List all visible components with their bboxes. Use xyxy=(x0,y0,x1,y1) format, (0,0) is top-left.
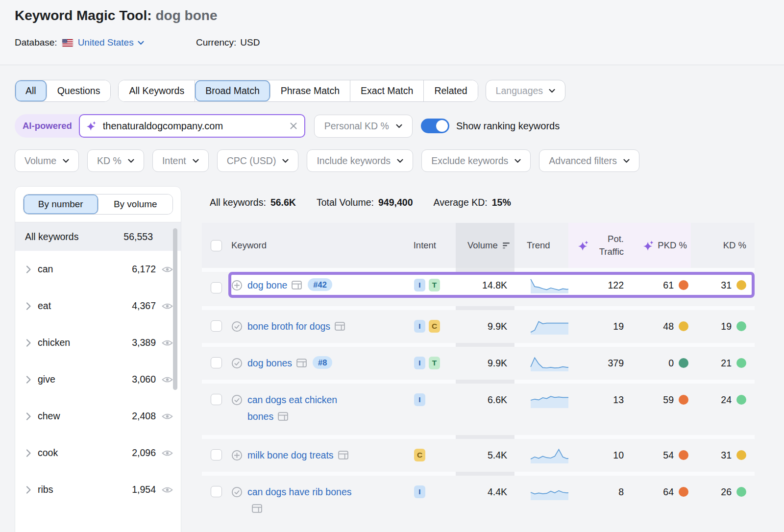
filter-include-keywords[interactable]: Include keywords xyxy=(307,149,413,172)
tab-all[interactable]: All xyxy=(15,80,47,101)
keyword-link[interactable]: can dogs eat chicken bones xyxy=(247,394,337,422)
tab-exact-match[interactable]: Exact Match xyxy=(350,80,424,101)
preview-eye-icon[interactable] xyxy=(162,266,173,273)
serp-features-icon[interactable] xyxy=(278,412,288,421)
ai-sparkle-icon xyxy=(643,241,654,251)
tab-phrase-match[interactable]: Phrase Match xyxy=(270,80,350,101)
filter-exclude-keywords[interactable]: Exclude keywords xyxy=(421,149,531,172)
serp-features-icon[interactable] xyxy=(292,281,302,290)
serp-features-icon[interactable] xyxy=(338,451,348,459)
keyword-link[interactable]: milk bone dog treats xyxy=(247,450,334,460)
sidebar-sort-by-number[interactable]: By number xyxy=(24,194,98,214)
sidebar-sort-by-volume[interactable]: By volume xyxy=(98,194,173,214)
clear-input-icon[interactable] xyxy=(290,122,297,130)
preview-eye-icon[interactable] xyxy=(162,376,173,384)
keyword-group-cook[interactable]: cook 2,096 xyxy=(15,435,181,471)
column-pot-traffic[interactable]: Pot. Traffic xyxy=(592,233,624,258)
preview-eye-icon[interactable] xyxy=(162,339,173,347)
row-checkbox[interactable] xyxy=(211,449,222,460)
table-row-can-dogs-eat-chicken-bones[interactable]: can dogs eat chicken bones I 6.6K 13 59 xyxy=(202,384,755,435)
all-keywords-row[interactable]: All keywords 56,553 xyxy=(15,222,181,251)
column-keyword[interactable]: Keyword xyxy=(231,240,267,251)
table-row-bone-broth-for-dogs[interactable]: bone broth for dogs IC 9.9K 19 48 xyxy=(202,310,755,343)
tab-questions[interactable]: Questions xyxy=(47,80,111,101)
chevron-right-icon[interactable] xyxy=(26,266,31,273)
added-keyword-icon[interactable] xyxy=(231,316,243,336)
group-count: 3,389 xyxy=(132,337,156,348)
chevron-right-icon[interactable] xyxy=(26,486,31,494)
tab-all-keywords[interactable]: All Keywords xyxy=(119,80,195,101)
table-row-dog-bone[interactable]: dog bone #42 IT 14.8K 122 61 31 xyxy=(202,272,755,306)
personal-kd-dropdown[interactable]: Personal KD % xyxy=(314,115,413,138)
tab-broad-match[interactable]: Broad Match xyxy=(195,80,270,101)
add-keyword-icon[interactable] xyxy=(231,275,243,295)
keyword-link[interactable]: can dogs have rib bones xyxy=(247,486,351,497)
column-kd[interactable]: KD % xyxy=(723,240,746,251)
volume-value: 4.4K xyxy=(456,482,514,502)
table-row-milk-bone-dog-treats[interactable]: milk bone dog treats C 5.4K 10 54 xyxy=(202,439,755,472)
domain-search-input[interactable] xyxy=(102,120,284,132)
table-row-can-dogs-have-rib-bones[interactable]: can dogs have rib bones I 4.4K 8 64 xyxy=(202,476,755,532)
keyword-group-give[interactable]: give 3,060 xyxy=(15,361,181,398)
intent-badge-c: C xyxy=(429,320,440,333)
chevron-right-icon[interactable] xyxy=(26,412,31,420)
keyword-group-eat[interactable]: eat 4,367 xyxy=(15,288,181,324)
database-selector[interactable]: United States xyxy=(78,37,144,48)
preview-eye-icon[interactable] xyxy=(162,486,173,494)
keyword-group-can[interactable]: can 6,172 xyxy=(15,251,181,288)
column-trend[interactable]: Trend xyxy=(527,240,550,251)
filter-intent[interactable]: Intent xyxy=(152,149,209,172)
intent-badge-i: I xyxy=(414,357,425,369)
keyword-link[interactable]: dog bone xyxy=(247,280,287,290)
tab-related[interactable]: Related xyxy=(424,80,477,101)
column-pkd[interactable]: PKD % xyxy=(658,240,687,251)
row-checkbox[interactable] xyxy=(211,486,222,497)
column-intent[interactable]: Intent xyxy=(414,240,436,251)
languages-dropdown[interactable]: Languages xyxy=(486,80,566,102)
trend-sparkline xyxy=(514,275,568,295)
preview-eye-icon[interactable] xyxy=(162,449,173,457)
volume-sort-icon[interactable] xyxy=(503,242,511,249)
keyword-link[interactable]: dog bones xyxy=(247,358,292,368)
row-checkbox[interactable] xyxy=(211,320,222,332)
keyword-link[interactable]: bone broth for dogs xyxy=(247,321,330,332)
filter-advanced-filters[interactable]: Advanced filters xyxy=(539,149,639,172)
group-label: cook xyxy=(38,447,132,459)
filter-cpc-usd[interactable]: CPC (USD) xyxy=(217,149,299,172)
keyword-group-ribs[interactable]: ribs 1,954 xyxy=(15,471,181,508)
serp-features-icon[interactable] xyxy=(296,359,307,367)
column-volume[interactable]: Volume xyxy=(467,240,498,251)
chevron-right-icon[interactable] xyxy=(26,302,31,310)
row-divider xyxy=(202,435,755,439)
trend-sparkline xyxy=(514,445,568,465)
filter-kd[interactable]: KD % xyxy=(87,149,144,172)
chevron-right-icon[interactable] xyxy=(26,376,31,384)
serp-features-icon[interactable] xyxy=(335,322,345,331)
keyword-group-chew[interactable]: chew 2,408 xyxy=(15,398,181,435)
chevron-right-icon[interactable] xyxy=(26,339,31,347)
preview-eye-icon[interactable] xyxy=(162,302,173,310)
chevron-down-icon xyxy=(514,159,521,163)
added-keyword-icon[interactable] xyxy=(231,482,243,502)
filter-volume[interactable]: Volume xyxy=(15,149,79,172)
added-keyword-icon[interactable] xyxy=(231,353,243,373)
select-all-checkbox[interactable] xyxy=(211,240,222,251)
keyword-group-chicken[interactable]: chicken 3,389 xyxy=(15,324,181,361)
row-checkbox[interactable] xyxy=(211,282,222,293)
intent-cell: IT xyxy=(402,275,456,295)
chevron-right-icon[interactable] xyxy=(26,449,31,457)
preview-eye-icon[interactable] xyxy=(162,412,173,420)
sidebar-scrollbar[interactable] xyxy=(173,228,177,390)
pkd-value: 54 xyxy=(663,450,674,461)
row-checkbox[interactable] xyxy=(211,357,222,368)
table-row-dog-bones[interactable]: dog bones #8 IT 9.9K 379 0 21 xyxy=(202,347,755,380)
add-keyword-icon[interactable] xyxy=(231,445,243,465)
group-label: give xyxy=(38,374,132,385)
filter-label: Volume xyxy=(24,155,56,167)
kd-dot xyxy=(736,450,746,460)
row-checkbox[interactable] xyxy=(211,394,222,405)
added-keyword-icon[interactable] xyxy=(231,390,243,410)
serp-features-icon[interactable] xyxy=(252,504,262,513)
trend-sparkline xyxy=(514,390,568,410)
show-ranking-keywords-toggle[interactable] xyxy=(421,119,449,133)
